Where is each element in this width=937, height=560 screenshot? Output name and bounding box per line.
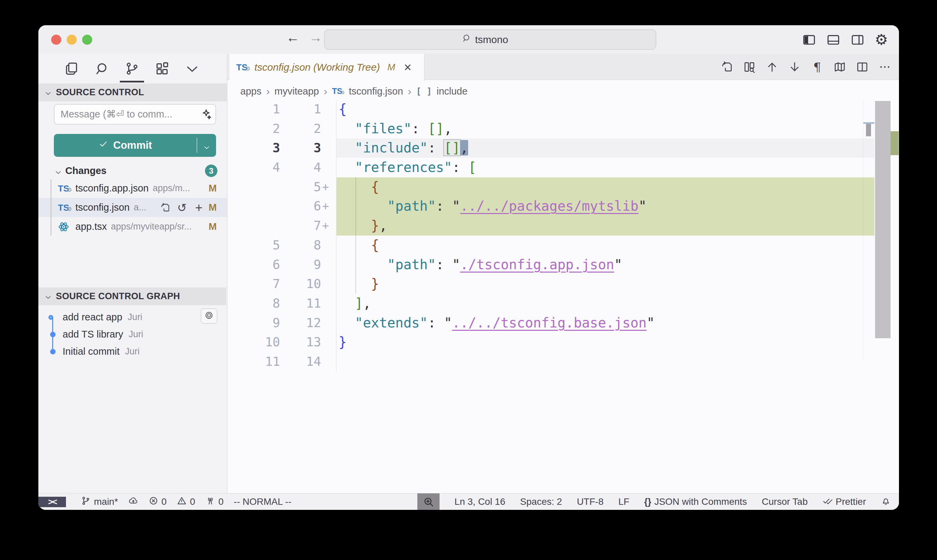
code-text[interactable]: "path": "./tsconfig.app.json" xyxy=(336,255,874,275)
old-line-number: 1 xyxy=(228,100,280,119)
activity-explorer-icon[interactable] xyxy=(64,60,79,78)
changed-file-row[interactable]: TS⚙tsconfig.jsona...↺+M xyxy=(38,198,227,217)
changed-file-row[interactable]: TS⚙tsconfig.app.jsonapps/m...M xyxy=(38,179,227,198)
code-text[interactable]: "files": [], xyxy=(336,119,874,138)
goto-file-icon[interactable] xyxy=(720,60,734,74)
breadcrumb-item[interactable]: myviteapp xyxy=(275,86,319,97)
status-item-status[interactable]: -- NORMAL -- xyxy=(234,496,291,507)
bracket-match-highlight: [] xyxy=(444,140,460,155)
new-line-number: 9 xyxy=(280,255,321,275)
activity-extensions-icon[interactable] xyxy=(154,60,170,78)
status-label: -- NORMAL -- xyxy=(234,496,291,507)
file-name: app.tsx xyxy=(75,221,107,232)
code-text[interactable] xyxy=(336,352,874,372)
arrow-up-icon[interactable] xyxy=(765,60,779,74)
code-text[interactable]: } xyxy=(336,274,874,294)
status-item-status[interactable]: Cursor Tab xyxy=(762,496,808,507)
old-line-number: 5 xyxy=(228,235,280,255)
remote-indicator[interactable]: >< xyxy=(38,497,66,507)
tab-tsconfig-working-tree[interactable]: TS⚙ tsconfig.json (Working Tree) M × xyxy=(229,54,425,81)
commit-button[interactable]: Commit xyxy=(54,134,216,157)
warning-status[interactable]: 0 xyxy=(177,496,195,508)
error-status[interactable]: 0 xyxy=(148,496,167,508)
chevron-down-icon xyxy=(45,89,52,96)
code-text[interactable]: "references": [ xyxy=(336,158,874,177)
double-check-status[interactable]: Prettier xyxy=(823,496,866,508)
activity-chevron-down-icon[interactable] xyxy=(185,60,200,78)
braces-status[interactable]: {}JSON with Comments xyxy=(644,496,747,507)
broadcast-status[interactable]: 0 xyxy=(205,496,224,508)
close-tab-button[interactable]: × xyxy=(404,62,411,72)
code-text[interactable]: { xyxy=(336,235,874,255)
commit-row[interactable]: add react appJuri xyxy=(38,309,226,326)
chevron-down-icon xyxy=(203,142,210,149)
new-line-number: 2 xyxy=(280,119,321,138)
status-item-status[interactable]: UTF-8 xyxy=(577,496,603,507)
source-control-section-header[interactable]: SOURCE CONTROL xyxy=(38,83,227,101)
status-label: Cursor Tab xyxy=(762,496,808,507)
status-item-status[interactable]: Spaces: 2 xyxy=(520,496,562,507)
search-input[interactable] xyxy=(475,34,519,45)
back-button[interactable]: ← xyxy=(284,30,302,45)
code-text[interactable]: "include": [], xyxy=(336,138,874,158)
forward-button[interactable]: → xyxy=(307,30,325,45)
activity-search-icon[interactable] xyxy=(94,60,110,78)
gear-icon[interactable]: ⚙ xyxy=(875,33,889,47)
command-center-search[interactable] xyxy=(324,29,656,50)
tab-title: tsconfig.json (Working Tree) xyxy=(254,62,380,73)
activity-source-control-icon[interactable] xyxy=(124,60,140,78)
breadcrumb-item[interactable]: tsconfig.json xyxy=(349,86,403,97)
maximize-window-button[interactable] xyxy=(82,35,92,45)
cloud-upload-status[interactable] xyxy=(128,496,138,508)
status-item-status[interactable]: LF xyxy=(618,496,629,507)
inline-compare-icon[interactable] xyxy=(743,60,756,74)
map-icon[interactable] xyxy=(833,60,846,74)
new-line-number: 7 xyxy=(280,216,321,235)
bell-status[interactable] xyxy=(881,496,891,508)
old-line-number: 8 xyxy=(228,294,280,313)
code-text[interactable]: "extends": "../../tsconfig.base.json" xyxy=(336,313,874,333)
code-line: 58 { xyxy=(228,235,874,255)
zoom-indicator[interactable] xyxy=(417,493,440,510)
arrow-down-icon[interactable] xyxy=(788,60,802,74)
code-text[interactable]: { xyxy=(336,100,874,119)
ellipsis-icon[interactable] xyxy=(878,60,892,74)
vertical-scrollbar[interactable] xyxy=(875,101,891,338)
changed-file-row[interactable]: app.tsxapps/myviteapp/sr...M xyxy=(38,217,227,236)
cloud-upload-icon xyxy=(128,496,138,508)
code-text[interactable]: } xyxy=(336,332,874,352)
changes-label: Changes xyxy=(65,165,106,176)
code-text[interactable]: ], xyxy=(336,294,874,313)
commit-row[interactable]: add TS libraryJuri xyxy=(38,326,226,343)
branch-status[interactable]: main* xyxy=(81,496,118,508)
code-text[interactable]: "path": "../../packages/mytslib" xyxy=(336,197,874,216)
desktop-background: ← → ⚙ SOURCE CONTROL Commit xyxy=(0,0,937,560)
sparkle-ai-icon[interactable] xyxy=(199,108,212,121)
breadcrumb-item[interactable]: apps xyxy=(240,86,262,97)
goto-file-icon[interactable] xyxy=(160,202,171,213)
code-text[interactable]: }, xyxy=(336,216,874,235)
close-window-button[interactable] xyxy=(51,35,61,45)
layout-sidebar-left-icon[interactable] xyxy=(802,33,816,47)
breadcrumb-item[interactable]: include xyxy=(437,86,468,97)
code-text[interactable]: { xyxy=(336,177,874,197)
minimize-window-button[interactable] xyxy=(67,35,77,45)
split-editor-icon[interactable] xyxy=(855,60,869,74)
source-control-graph-header[interactable]: SOURCE CONTROL GRAPH xyxy=(38,288,226,305)
old-line-number xyxy=(228,197,280,216)
discard-icon[interactable]: ↺ xyxy=(176,202,188,213)
layout-sidebar-right-icon[interactable] xyxy=(851,33,865,47)
commit-row[interactable]: Initial commitJuri xyxy=(38,343,226,360)
layout-panel-icon[interactable] xyxy=(826,33,840,47)
added-line-marker xyxy=(321,138,336,158)
added-line-marker: + xyxy=(321,177,336,197)
pilcrow-icon[interactable]: ¶ xyxy=(811,60,824,74)
commit-message-input[interactable] xyxy=(54,104,216,125)
goto-current-commit-button[interactable] xyxy=(201,308,217,324)
new-line-number: 6 xyxy=(280,197,321,216)
new-line-number: 11 xyxy=(280,294,321,313)
stage-icon[interactable]: + xyxy=(193,202,205,213)
commit-dropdown-button[interactable] xyxy=(197,142,216,149)
changes-header[interactable]: Changes 3 xyxy=(38,163,227,179)
status-item-status[interactable]: Ln 3, Col 16 xyxy=(454,496,505,507)
